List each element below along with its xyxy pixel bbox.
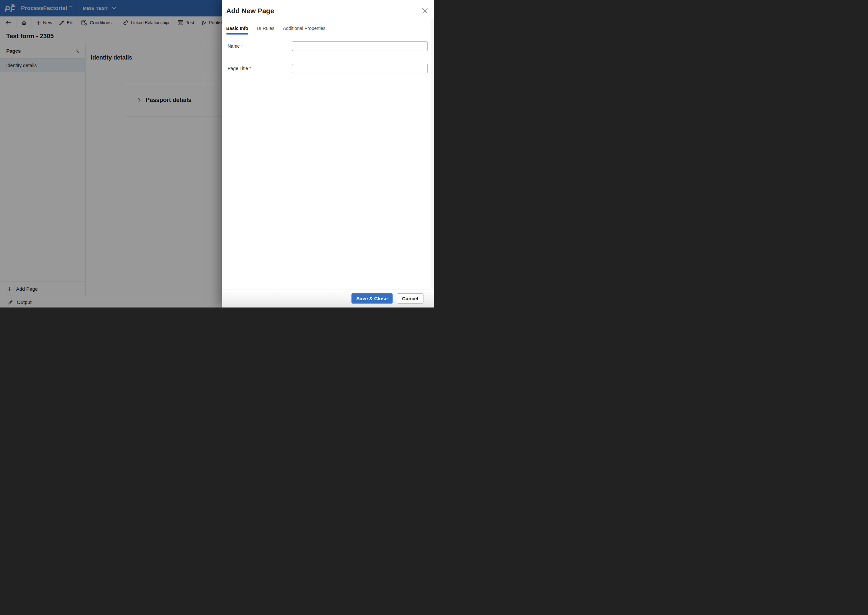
panel-scrollbar[interactable] bbox=[431, 19, 434, 289]
app-window: PF ProcessFactorial ™ MBIE TEST bbox=[0, 0, 434, 308]
page-title-input[interactable] bbox=[292, 64, 428, 73]
name-field-label: Name* bbox=[228, 44, 243, 49]
tab-basic-info[interactable]: Basic Info bbox=[226, 26, 248, 34]
close-button[interactable] bbox=[420, 6, 429, 15]
tab-additional-properties[interactable]: Additional Properties bbox=[283, 26, 326, 34]
active-tab-underline bbox=[226, 33, 248, 34]
save-and-close-button[interactable]: Save & Close bbox=[351, 293, 393, 304]
label-text: Page Title bbox=[228, 66, 248, 71]
label-text: Name bbox=[228, 44, 240, 49]
panel-footer: Save & Close Cancel bbox=[222, 289, 434, 308]
page-title-field-label: Page Title* bbox=[228, 66, 251, 71]
tab-ui-rules[interactable]: UI Rules bbox=[257, 26, 274, 34]
panel-title: Add New Page bbox=[226, 7, 274, 15]
name-input[interactable] bbox=[292, 41, 428, 51]
add-new-page-panel: Add New Page Basic Info UI Rules Additio… bbox=[222, 0, 434, 308]
tab-label: UI Rules bbox=[257, 26, 274, 31]
close-icon bbox=[422, 8, 428, 14]
required-asterisk: * bbox=[241, 44, 243, 49]
panel-tabs: Basic Info UI Rules Additional Propertie… bbox=[226, 26, 326, 34]
cancel-button[interactable]: Cancel bbox=[397, 293, 424, 304]
required-asterisk: * bbox=[249, 66, 251, 71]
tab-label: Additional Properties bbox=[283, 26, 326, 31]
tab-label: Basic Info bbox=[226, 26, 248, 31]
